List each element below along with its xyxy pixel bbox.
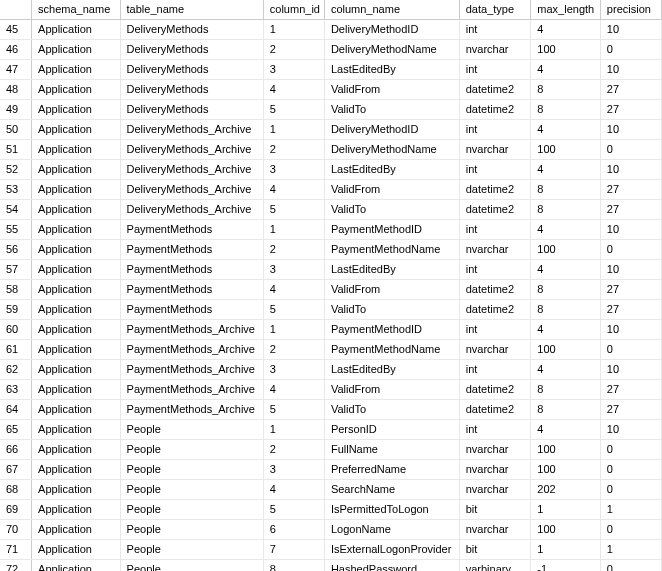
header-schema-name[interactable]: schema_name [32, 0, 120, 20]
row-number[interactable]: 68 [0, 480, 32, 500]
table-row[interactable]: 72ApplicationPeople8HashedPasswordvarbin… [0, 560, 662, 572]
row-number[interactable]: 71 [0, 540, 32, 560]
table-row[interactable]: 47ApplicationDeliveryMethods3LastEditedB… [0, 60, 662, 80]
table-row[interactable]: 61ApplicationPaymentMethods_Archive2Paym… [0, 340, 662, 360]
header-table-name[interactable]: table_name [120, 0, 263, 20]
table-row[interactable]: 69ApplicationPeople5IsPermittedToLogonbi… [0, 500, 662, 520]
row-number[interactable]: 53 [0, 180, 32, 200]
row-number[interactable]: 55 [0, 220, 32, 240]
cell-data-type: int [459, 220, 531, 240]
cell-data-type: datetime2 [459, 400, 531, 420]
cell-schema-name: Application [32, 420, 120, 440]
cell-table-name: DeliveryMethods_Archive [120, 140, 263, 160]
cell-table-name: PaymentMethods_Archive [120, 380, 263, 400]
table-row[interactable]: 46ApplicationDeliveryMethods2DeliveryMet… [0, 40, 662, 60]
table-row[interactable]: 67ApplicationPeople3PreferredNamenvarcha… [0, 460, 662, 480]
table-row[interactable]: 57ApplicationPaymentMethods3LastEditedBy… [0, 260, 662, 280]
table-row[interactable]: 56ApplicationPaymentMethods2PaymentMetho… [0, 240, 662, 260]
cell-precision: 10 [600, 220, 661, 240]
cell-table-name: People [120, 480, 263, 500]
cell-table-name: DeliveryMethods [120, 60, 263, 80]
cell-data-type: datetime2 [459, 280, 531, 300]
row-number[interactable]: 47 [0, 60, 32, 80]
table-row[interactable]: 70ApplicationPeople6LogonNamenvarchar100… [0, 520, 662, 540]
row-number[interactable]: 66 [0, 440, 32, 460]
row-number[interactable]: 60 [0, 320, 32, 340]
table-row[interactable]: 66ApplicationPeople2FullNamenvarchar1000 [0, 440, 662, 460]
row-number[interactable]: 65 [0, 420, 32, 440]
header-column-name[interactable]: column_name [324, 0, 459, 20]
row-number[interactable]: 69 [0, 500, 32, 520]
row-number[interactable]: 62 [0, 360, 32, 380]
table-row[interactable]: 52ApplicationDeliveryMethods_Archive3Las… [0, 160, 662, 180]
header-max-length[interactable]: max_length [531, 0, 601, 20]
row-number[interactable]: 67 [0, 460, 32, 480]
cell-column-id: 4 [263, 80, 324, 100]
cell-precision: 0 [600, 560, 661, 572]
row-number[interactable]: 50 [0, 120, 32, 140]
table-row[interactable]: 50ApplicationDeliveryMethods_Archive1Del… [0, 120, 662, 140]
header-corner[interactable] [0, 0, 32, 20]
cell-max-length: 8 [531, 280, 601, 300]
row-number[interactable]: 56 [0, 240, 32, 260]
row-number[interactable]: 58 [0, 280, 32, 300]
table-row[interactable]: 59ApplicationPaymentMethods5ValidTodatet… [0, 300, 662, 320]
table-row[interactable]: 65ApplicationPeople1PersonIDint410 [0, 420, 662, 440]
cell-column-id: 3 [263, 160, 324, 180]
row-number[interactable]: 57 [0, 260, 32, 280]
cell-column-name: PersonID [324, 420, 459, 440]
cell-data-type: nvarchar [459, 140, 531, 160]
table-row[interactable]: 53ApplicationDeliveryMethods_Archive4Val… [0, 180, 662, 200]
row-number[interactable]: 61 [0, 340, 32, 360]
table-row[interactable]: 58ApplicationPaymentMethods4ValidFromdat… [0, 280, 662, 300]
cell-precision: 1 [600, 500, 661, 520]
table-row[interactable]: 51ApplicationDeliveryMethods_Archive2Del… [0, 140, 662, 160]
row-number[interactable]: 64 [0, 400, 32, 420]
cell-data-type: nvarchar [459, 460, 531, 480]
row-number[interactable]: 48 [0, 80, 32, 100]
table-row[interactable]: 55ApplicationPaymentMethods1PaymentMetho… [0, 220, 662, 240]
row-number[interactable]: 59 [0, 300, 32, 320]
table-row[interactable]: 49ApplicationDeliveryMethods5ValidTodate… [0, 100, 662, 120]
header-column-id[interactable]: column_id [263, 0, 324, 20]
cell-max-length: 100 [531, 40, 601, 60]
cell-precision: 0 [600, 480, 661, 500]
cell-schema-name: Application [32, 360, 120, 380]
table-row[interactable]: 62ApplicationPaymentMethods_Archive3Last… [0, 360, 662, 380]
table-row[interactable]: 60ApplicationPaymentMethods_Archive1Paym… [0, 320, 662, 340]
table-row[interactable]: 71ApplicationPeople7IsExternalLogonProvi… [0, 540, 662, 560]
row-number[interactable]: 45 [0, 20, 32, 40]
cell-table-name: DeliveryMethods [120, 20, 263, 40]
cell-schema-name: Application [32, 240, 120, 260]
row-number[interactable]: 72 [0, 560, 32, 572]
row-number[interactable]: 46 [0, 40, 32, 60]
table-row[interactable]: 63ApplicationPaymentMethods_Archive4Vali… [0, 380, 662, 400]
table-row[interactable]: 48ApplicationDeliveryMethods4ValidFromda… [0, 80, 662, 100]
row-number[interactable]: 70 [0, 520, 32, 540]
cell-max-length: 8 [531, 100, 601, 120]
cell-max-length: 100 [531, 520, 601, 540]
cell-column-name: ValidTo [324, 400, 459, 420]
cell-table-name: DeliveryMethods_Archive [120, 180, 263, 200]
table-row[interactable]: 45ApplicationDeliveryMethods1DeliveryMet… [0, 20, 662, 40]
table-row[interactable]: 54ApplicationDeliveryMethods_Archive5Val… [0, 200, 662, 220]
header-precision[interactable]: precision [600, 0, 661, 20]
header-data-type[interactable]: data_type [459, 0, 531, 20]
cell-table-name: PaymentMethods_Archive [120, 400, 263, 420]
cell-column-name: ValidFrom [324, 380, 459, 400]
cell-max-length: 100 [531, 440, 601, 460]
row-number[interactable]: 51 [0, 140, 32, 160]
table-row[interactable]: 64ApplicationPaymentMethods_Archive5Vali… [0, 400, 662, 420]
cell-column-id: 1 [263, 220, 324, 240]
table-row[interactable]: 68ApplicationPeople4SearchNamenvarchar20… [0, 480, 662, 500]
row-number[interactable]: 63 [0, 380, 32, 400]
cell-max-length: 100 [531, 340, 601, 360]
row-number[interactable]: 52 [0, 160, 32, 180]
results-grid[interactable]: schema_name table_name column_id column_… [0, 0, 662, 571]
row-number[interactable]: 54 [0, 200, 32, 220]
cell-table-name: PaymentMethods [120, 300, 263, 320]
cell-data-type: int [459, 360, 531, 380]
cell-schema-name: Application [32, 340, 120, 360]
cell-data-type: datetime2 [459, 300, 531, 320]
row-number[interactable]: 49 [0, 100, 32, 120]
